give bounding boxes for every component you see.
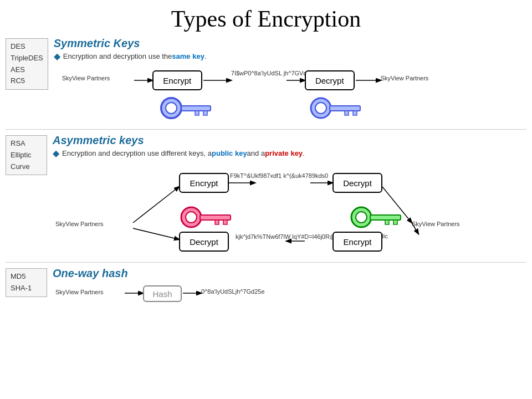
svg-point-25 <box>186 212 197 223</box>
svg-rect-28 <box>223 220 227 224</box>
sidebar-aes: AES <box>11 64 43 76</box>
symmetric-sidebar: DES TripleDES AES RC5 <box>6 38 48 90</box>
svg-point-10 <box>166 103 177 114</box>
svg-line-16 <box>133 187 179 223</box>
asym-ciphertext2: kjk^jd7k%TNw6f7lW lqY#D=l46j0R@9+ <box>236 233 343 241</box>
asymmetric-diagram: Encrypt F9kT^&Ukf987xdf1 k^(&uk4789kds0 … <box>53 162 526 259</box>
sidebar-rc5: RC5 <box>11 75 43 87</box>
symmetric-diagram: SkyView Partners Encrypt 7I$wP0^8a'IyUdS… <box>54 65 526 126</box>
hash-diagram: SkyView Partners Hash 0^8a'IyUdSLjh^7Gd2… <box>53 281 526 311</box>
asymmetric-desc: ◆ Encryption and decryption use differen… <box>53 148 526 158</box>
sym-encrypt-label: Encrypt <box>163 76 191 85</box>
hash-box-el: Hash <box>143 285 182 302</box>
svg-point-30 <box>356 212 367 223</box>
sym-decrypt-label: Decrypt <box>315 76 344 85</box>
sym-desc-bold: same key <box>172 52 204 60</box>
asym-skyview-right: SkyView Partners <box>412 221 460 227</box>
asym-desc-prefix: Encryption and decryption use different … <box>62 149 212 157</box>
hash-skyview-left: SkyView Partners <box>55 289 104 295</box>
asymmetric-content: Asymmetric keys ◆ Encryption and decrypt… <box>53 134 526 259</box>
svg-rect-13 <box>330 106 360 111</box>
svg-rect-7 <box>195 111 199 115</box>
svg-rect-27 <box>215 220 219 224</box>
symmetric-content: Symmetric Keys ◆ Encryption and decrypti… <box>54 37 526 126</box>
hash-ciphertext: 0^8a'IyUdSLjh^7Gd25e <box>201 288 265 295</box>
asym-decrypt-top-box: Decrypt <box>332 173 382 193</box>
asym-skyview-left: SkyView Partners <box>55 221 104 227</box>
symmetric-desc: ◆ Encryption and decryption use the same… <box>54 51 526 62</box>
sym-skyview-right: SkyView Partners <box>381 75 429 81</box>
symmetric-section: DES TripleDES AES RC5 Symmetric Keys ◆ E… <box>0 35 532 128</box>
public-key <box>344 202 410 232</box>
sym-desc-suffix: . <box>204 52 207 60</box>
svg-rect-33 <box>393 220 397 224</box>
sidebar-md5: MD5 <box>11 271 42 283</box>
asym-encrypt-bottom-box: Encrypt <box>332 232 382 252</box>
asym-encrypt-label: Encrypt <box>190 178 218 188</box>
sym-key-left <box>154 93 220 123</box>
svg-line-20 <box>133 228 179 239</box>
asymmetric-sidebar: RSA Elliptic Curve <box>6 135 47 175</box>
svg-rect-15 <box>353 111 357 115</box>
oneway-title: One-way hash <box>53 267 526 280</box>
sidebar-elliptic: Elliptic Curve <box>11 150 42 173</box>
sym-key-right <box>303 93 370 123</box>
oneway-section: MD5 SHA-1 One-way hash SkyView Partners … <box>0 265 532 314</box>
asym-desc-bold2: private key <box>265 149 303 157</box>
asym-desc-bold1: public key <box>212 149 247 157</box>
sidebar-rsa: RSA <box>11 138 42 150</box>
sidebar-tripledes: TripleDES <box>11 53 43 64</box>
private-key <box>173 202 240 232</box>
asym-desc-suffix: . <box>303 149 305 157</box>
sym-desc-prefix: Encryption and decryption use the <box>63 52 172 60</box>
asym-decrypt-bottom-box: Decrypt <box>179 232 229 252</box>
sidebar-des: DES <box>11 41 43 53</box>
sym-encrypt-box: Encrypt <box>152 70 202 90</box>
asym-decrypt-top-label: Decrypt <box>343 178 372 188</box>
oneway-content: One-way hash SkyView Partners Hash 0^8a'… <box>53 267 526 311</box>
sym-skyview-left: SkyView Partners <box>62 75 110 81</box>
asym-encrypt-bottom-label: Encrypt <box>344 237 372 247</box>
sidebar-sha1: SHA-1 <box>11 283 42 294</box>
svg-rect-14 <box>345 111 349 115</box>
asymmetric-title: Asymmetric keys <box>53 134 526 147</box>
page-title: Types of Encryption <box>0 0 532 35</box>
hash-label: Hash <box>152 289 172 299</box>
sym-decrypt-box: Decrypt <box>305 70 355 90</box>
svg-rect-31 <box>370 215 401 220</box>
svg-point-12 <box>315 103 326 114</box>
svg-rect-26 <box>200 215 231 220</box>
symmetric-title: Symmetric Keys <box>54 37 526 50</box>
bullet-sym: ◆ <box>54 51 60 62</box>
asym-ciphertext1: F9kT^&Ukf987xdf1 k^(&uk4789kds0 <box>230 172 328 180</box>
svg-rect-32 <box>385 220 389 224</box>
asym-decrypt-bottom-label: Decrypt <box>190 237 218 247</box>
asym-encrypt-box: Encrypt <box>179 173 229 193</box>
asym-desc-mid: and a <box>247 149 265 157</box>
oneway-sidebar: MD5 SHA-1 <box>6 268 47 297</box>
bullet-asym: ◆ <box>53 148 59 158</box>
asymmetric-section: RSA Elliptic Curve Asymmetric keys ◆ Enc… <box>0 132 532 261</box>
svg-rect-6 <box>180 106 211 111</box>
svg-rect-8 <box>203 111 207 115</box>
